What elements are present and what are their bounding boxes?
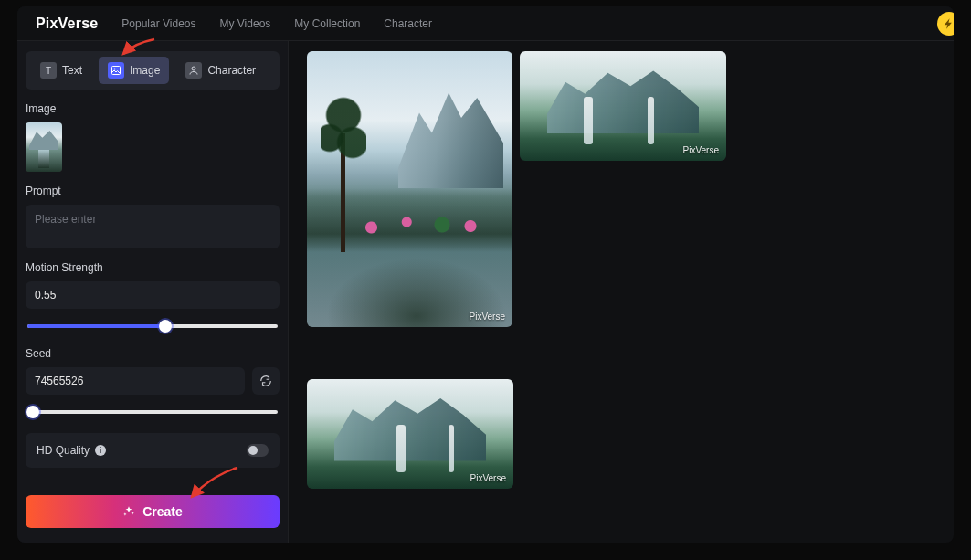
result-tile[interactable]: PixVerse [307,379,513,489]
credits-icon[interactable] [937,12,954,36]
mode-text-label: Text [62,64,82,77]
sparkle-icon [122,505,135,518]
watermark: PixVerse [470,473,506,483]
seed-refresh-button[interactable] [252,367,280,395]
seed-label: Seed [26,347,280,360]
nav-my-collection[interactable]: My Collection [294,17,360,30]
svg-rect-0 [112,67,121,75]
image-icon [108,62,124,79]
text-icon: T [40,62,57,79]
watermark: PixVerse [683,145,719,155]
result-tile[interactable]: PixVerse [520,51,726,161]
image-section-label: Image [26,102,280,115]
nav-my-videos[interactable]: My Videos [220,17,271,30]
create-button[interactable]: Create [26,495,280,528]
motion-value-input[interactable] [35,289,270,301]
refresh-icon [259,375,272,387]
motion-slider[interactable] [26,318,280,334]
mode-character-label: Character [207,64,256,77]
hd-quality-row: HD Quality i [26,433,280,468]
svg-point-1 [114,69,116,70]
nav-popular-videos[interactable]: Popular Videos [121,17,195,30]
create-label: Create [142,504,183,519]
motion-label: Motion Strength [26,261,280,274]
hd-toggle[interactable] [247,444,269,457]
prompt-input[interactable] [35,213,270,226]
mode-image-button[interactable]: Image [99,57,169,84]
prompt-label: Prompt [26,185,280,197]
character-icon [185,62,202,79]
mode-character-button[interactable]: Character [176,57,265,84]
sidebar: T Text Image Character [17,41,289,543]
mode-text-button[interactable]: T Text [31,57,91,84]
mode-switch: T Text Image Character [26,51,280,90]
info-icon[interactable]: i [95,445,106,456]
top-nav: PixVerse Popular Videos My Videos My Col… [17,6,954,41]
seed-slider[interactable] [26,404,280,420]
mode-image-label: Image [130,64,160,77]
gallery: PixVerse PixVerse PixVerse [289,41,954,543]
result-tile[interactable]: PixVerse [307,51,512,327]
brand-logo: PixVerse [36,16,98,32]
seed-input[interactable] [35,375,236,387]
hd-label: HD Quality [37,444,90,457]
watermark: PixVerse [470,312,505,322]
svg-point-2 [192,67,195,70]
source-image-thumbnail[interactable] [26,122,62,172]
nav-character[interactable]: Character [384,17,432,30]
